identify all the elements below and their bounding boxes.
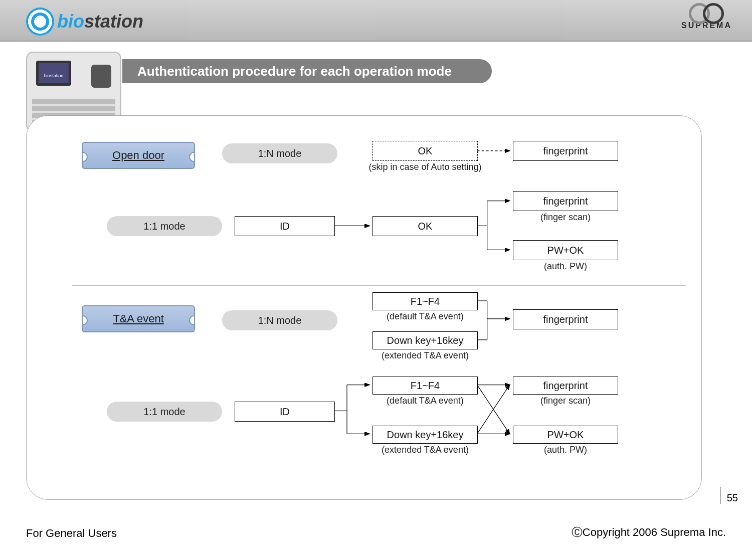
step-id-r4: ID [235,402,335,422]
caption-auth-pw-r4: (auth. PW) [513,445,618,455]
content-card: Open door 1:N mode OK (skip in case of A… [26,115,702,500]
section-divider [72,285,686,286]
step-f1f4-r4: F1~F4 [372,377,478,395]
mode-1n-row3: 1:N mode [222,310,337,330]
mode-11-row4: 1:1 mode [107,402,222,422]
caption-finger-scan-r2: (finger scan) [513,212,618,223]
step-fingerprint-r4: fingerprint [513,377,618,395]
step-pwok-r4: PW+OK [513,426,618,444]
suprema-infinity-icon [689,3,724,19]
mode-11-row2: 1:1 mode [107,216,222,236]
step-ok-dashed: OK [372,141,478,161]
brand-part2: station [84,11,143,32]
brand-suprema: SUPREMA [681,3,732,30]
device-fingerprint-icon [91,65,111,88]
step-down16-r4: Down key+16key [372,426,478,444]
ticket-open-door: Open door [82,142,195,169]
caption-ok-skip: (skip in case of Auto setting) [362,162,488,172]
caption-down16-r3: (extended T&A event) [372,350,478,361]
caption-f1f4-r4: (default T&A event) [372,396,478,406]
ticket-ta-event: T&A event [82,305,195,332]
caption-finger-scan-r4: (finger scan) [513,396,618,406]
step-down16-r3: Down key+16key [372,331,478,349]
brand-part1: bio [57,11,84,32]
step-fingerprint-r3: fingerprint [513,309,618,329]
step-id-r2: ID [235,216,335,236]
biostation-logo-icon [26,8,54,36]
step-fingerprint-r2: fingerprint [513,191,618,211]
mode-1n-row1: 1:N mode [222,143,337,163]
caption-down16-r4: (extended T&A event) [372,445,478,455]
step-fingerprint-r1: fingerprint [513,141,618,161]
step-f1f4-r3: F1~F4 [372,292,478,310]
brand-suprema-text: SUPREMA [681,21,732,30]
footer-right: ⒸCopyright 2006 Suprema Inc. [572,525,726,540]
page-number: 55 [720,487,738,504]
svg-line-16 [477,385,510,434]
step-pwok-r2: PW+OK [513,240,618,260]
device-screen-icon [36,61,71,86]
svg-line-17 [477,385,510,434]
section-title: Authentication procedure for each operat… [122,59,492,83]
caption-auth-pw-r2: (auth. PW) [513,261,618,272]
brand-biostation: biostation [26,4,143,39]
footer-left: For General Users [26,527,117,540]
step-ok-r2: OK [372,216,478,236]
topbar: biostation SUPREMA [0,0,752,42]
caption-f1f4-r3: (default T&A event) [372,311,478,322]
